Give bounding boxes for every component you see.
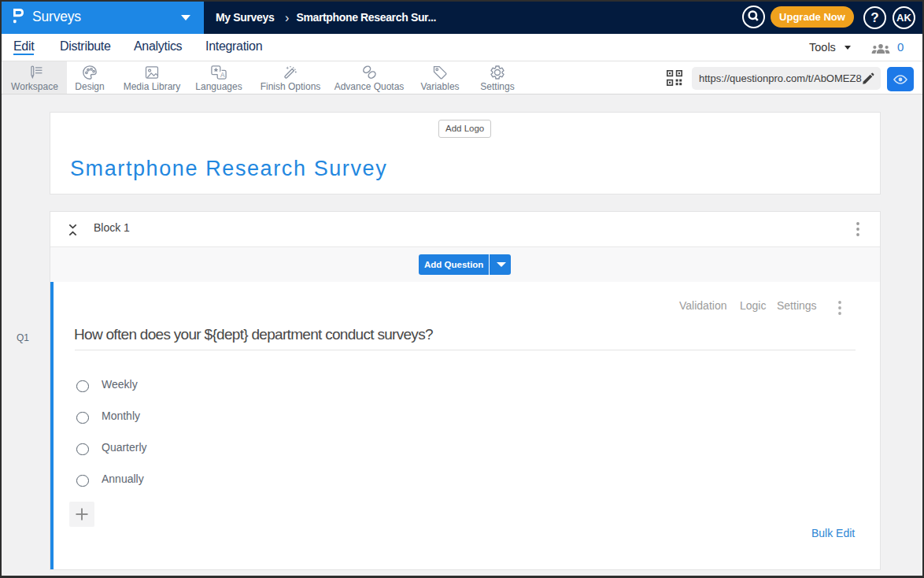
svg-text:A: A <box>220 72 225 79</box>
